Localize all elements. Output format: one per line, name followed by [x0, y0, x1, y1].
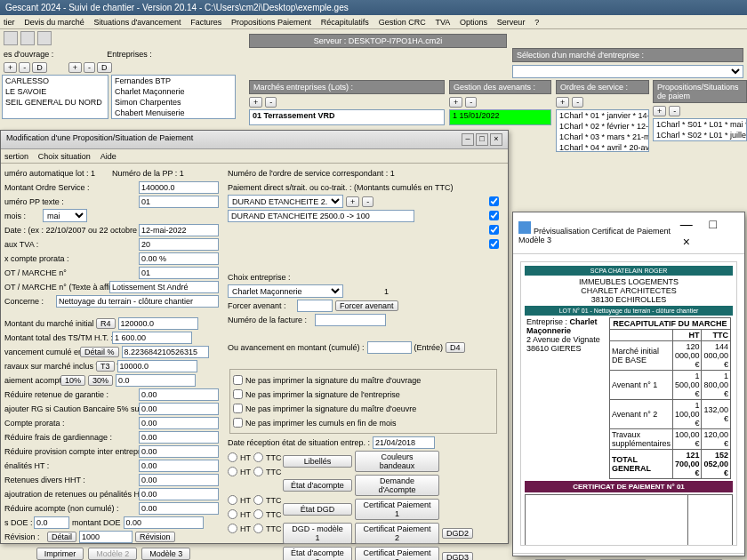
- minus-button[interactable]: -: [465, 97, 477, 108]
- minimize-icon[interactable]: –: [462, 133, 474, 146]
- minus-button[interactable]: -: [265, 97, 277, 108]
- menu-item[interactable]: tier: [4, 18, 15, 27]
- demande-acompte-button[interactable]: Demande d'Acompte: [355, 475, 439, 496]
- date-input[interactable]: [139, 224, 219, 236]
- ordres-list[interactable]: 1Charl * 01 * janvier * 14-janv-2022 1Ch…: [556, 109, 649, 152]
- radio-ttc[interactable]: [253, 495, 263, 505]
- radio-ttc[interactable]: [253, 467, 263, 476]
- radio-ttc[interactable]: [253, 452, 263, 462]
- entreprise-list[interactable]: Fernandes BTP Charlet Maçonnerie Simon C…: [111, 75, 236, 119]
- maximize-button[interactable]: □: [700, 215, 727, 233]
- minimize-button[interactable]: —: [673, 215, 700, 233]
- dgd-modele1-button[interactable]: DGD - modèle 1: [283, 523, 352, 544]
- maximize-icon[interactable]: □: [476, 133, 488, 146]
- menu-item[interactable]: Options: [460, 18, 487, 27]
- travaux-input[interactable]: [117, 360, 197, 372]
- plus-button[interactable]: +: [68, 62, 82, 73]
- menu-item[interactable]: Situations d'avancement: [94, 18, 181, 27]
- check-sig-entreprise[interactable]: [233, 389, 243, 399]
- close-button[interactable]: ×: [673, 233, 700, 251]
- props-list[interactable]: 1Charl * S01 * L01 * mai * 12-ma 1Charl …: [653, 118, 747, 141]
- montant-os-input[interactable]: [139, 181, 219, 194]
- d-button[interactable]: D: [32, 62, 47, 73]
- penalites-ht-input[interactable]: [139, 460, 219, 472]
- libelles-button[interactable]: Libellés: [283, 455, 352, 468]
- list-item[interactable]: Simon Charpentes: [112, 97, 235, 108]
- radio-ht[interactable]: [228, 509, 237, 519]
- frais-gardiennage-input[interactable]: [139, 431, 219, 444]
- imprimer-button[interactable]: Imprimer: [36, 548, 84, 560]
- revision-input[interactable]: [79, 531, 133, 543]
- menu-item[interactable]: sertion: [4, 152, 28, 161]
- list-item[interactable]: LE SAVOIE: [3, 86, 108, 97]
- revision-button[interactable]: Révision: [135, 532, 175, 542]
- list-item[interactable]: Charlet Maçonnerie: [112, 86, 235, 97]
- num-facture-input[interactable]: [315, 314, 386, 326]
- acompte-input[interactable]: [116, 374, 196, 387]
- etat-acompte2-button[interactable]: État d'acompte 2: [283, 547, 352, 560]
- list-item[interactable]: 1Charl * 03 * mars * 21-mar-2022: [557, 132, 648, 142]
- tool-icon[interactable]: [4, 31, 18, 45]
- compte-prorata-input[interactable]: [139, 417, 219, 429]
- menu-item[interactable]: Choix situation: [38, 152, 91, 161]
- dgd2-button[interactable]: DGD2: [442, 528, 473, 539]
- list-item[interactable]: CARLESSO: [3, 76, 108, 86]
- radio-ttc[interactable]: [253, 524, 263, 533]
- minus-button[interactable]: -: [19, 62, 30, 73]
- cert-paiement2-button[interactable]: Certificat Paiement 2: [355, 523, 439, 544]
- menu-item[interactable]: Récapitulatifs: [321, 18, 369, 27]
- list-item[interactable]: 1Charl * S02 * L01 * juillet * 23-ju: [654, 130, 746, 140]
- montant-initial-input[interactable]: [118, 317, 198, 330]
- detail-button[interactable]: Détail: [47, 532, 76, 542]
- list-item[interactable]: 1 15/01/2022: [450, 110, 550, 121]
- mois-select[interactable]: mai: [43, 209, 87, 222]
- plus-button[interactable]: +: [4, 62, 17, 73]
- menu-item[interactable]: TVA: [435, 18, 450, 27]
- check4[interactable]: [489, 239, 499, 249]
- plus-button[interactable]: +: [653, 106, 666, 116]
- pct10-button[interactable]: 10%: [60, 375, 85, 386]
- choix-entreprise-select[interactable]: Charlet Maçonnerie: [228, 284, 343, 298]
- minus-button[interactable]: -: [84, 62, 95, 73]
- minus-button[interactable]: -: [669, 106, 680, 116]
- minus-button[interactable]: -: [572, 97, 583, 108]
- avenant-list[interactable]: 1 15/01/2022: [449, 109, 551, 125]
- close-icon[interactable]: ×: [490, 133, 502, 146]
- dgd3-button[interactable]: DGD3: [442, 552, 473, 560]
- plus-button[interactable]: +: [449, 97, 462, 108]
- forcer-avenant-button[interactable]: Forcer avenant: [335, 300, 398, 311]
- radio-ht[interactable]: [228, 452, 237, 462]
- detail-pct-button[interactable]: Détail %: [80, 347, 119, 357]
- cert-paiement1-button[interactable]: Certificat Paiement 1: [355, 499, 439, 520]
- num-pp-input[interactable]: [139, 196, 219, 208]
- check1[interactable]: [489, 196, 499, 206]
- list-item[interactable]: Chabert Menuiserie: [112, 108, 235, 118]
- montant-doe-input[interactable]: [124, 516, 204, 529]
- avancement-montant-input[interactable]: [367, 341, 412, 354]
- prorata-input[interactable]: [139, 252, 219, 265]
- list-item[interactable]: 1Charl * 01 * janvier * 14-janv-2022: [557, 110, 648, 121]
- plus-button[interactable]: +: [249, 97, 262, 108]
- check-cumuls[interactable]: [233, 418, 243, 428]
- plus-button[interactable]: +: [346, 196, 359, 207]
- concerne-input[interactable]: [56, 295, 219, 308]
- modele2-button[interactable]: Modèle 2: [88, 548, 137, 560]
- modele3-button[interactable]: Modèle 3: [141, 548, 190, 560]
- lot-text-input[interactable]: [109, 281, 219, 293]
- menu-item[interactable]: Gestion CRC: [379, 18, 426, 27]
- forcer-avenant-input[interactable]: [297, 300, 333, 312]
- d-button[interactable]: D: [97, 62, 112, 73]
- doe-input[interactable]: [34, 516, 69, 529]
- minus-button[interactable]: -: [362, 196, 374, 207]
- lots-list[interactable]: 01 Terrassement VRD: [249, 109, 445, 125]
- pct30-button[interactable]: 30%: [88, 375, 113, 386]
- retenue-garantie-input[interactable]: [139, 388, 219, 401]
- provision-ie-input[interactable]: [139, 445, 219, 458]
- menu-item[interactable]: Factures: [190, 18, 221, 27]
- couleurs-button[interactable]: Couleurs bandeaux: [355, 451, 439, 472]
- lot-marche-input[interactable]: [139, 267, 219, 279]
- cert-paiement3-button[interactable]: Certificat Paiement 3: [355, 547, 439, 560]
- montant-ts-input[interactable]: [112, 332, 192, 344]
- rajouter-rg-input[interactable]: [139, 403, 219, 415]
- date-reception-input[interactable]: [373, 436, 435, 449]
